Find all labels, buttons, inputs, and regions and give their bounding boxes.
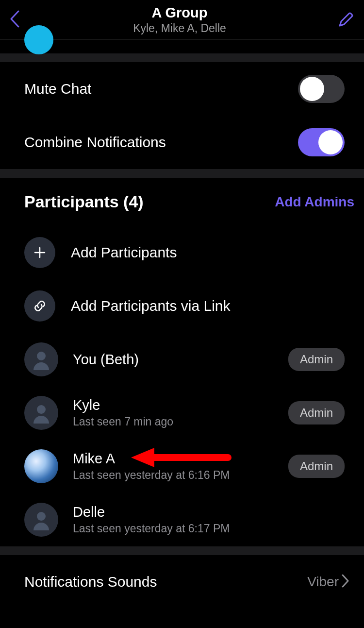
avatar <box>24 396 58 430</box>
add-participants-button[interactable]: Add Participants <box>0 226 364 279</box>
page-subtitle: Kyle, Mike A, Delle <box>133 22 226 35</box>
chevron-right-icon <box>342 574 349 590</box>
admin-badge: Admin <box>288 455 345 478</box>
mute-toggle[interactable] <box>298 75 345 103</box>
participant-name: Mike A <box>73 451 288 467</box>
back-icon[interactable] <box>10 10 24 30</box>
svg-point-2 <box>37 352 46 360</box>
partial-row <box>0 40 364 53</box>
participant-status: Last seen 7 min ago <box>73 415 288 428</box>
notifications-sounds-value: Viber <box>307 574 339 590</box>
notifications-sounds-row[interactable]: Notifications Sounds Viber <box>0 555 364 609</box>
admin-badge: Admin <box>288 401 345 424</box>
add-admins-button[interactable]: Add Admins <box>275 194 354 210</box>
separator <box>0 53 364 62</box>
combine-toggle[interactable] <box>298 128 345 156</box>
edit-icon[interactable] <box>335 11 354 29</box>
combine-notifications-row: Combine Notifications <box>0 116 364 169</box>
link-icon <box>24 290 55 322</box>
participants-header: Participants (4) Add Admins <box>0 178 364 226</box>
svg-point-3 <box>37 405 46 414</box>
separator <box>0 546 364 555</box>
participant-name: Delle <box>73 504 345 520</box>
combine-notifications-label: Combine Notifications <box>24 134 298 151</box>
avatar <box>24 342 58 376</box>
svg-point-6 <box>37 512 46 521</box>
participant-row-delle[interactable]: Delle Last seen yesterday at 6:17 PM <box>0 493 364 546</box>
separator <box>0 169 364 178</box>
participant-row-mike[interactable]: Mike A Last seen yesterday at 6:16 PM Ad… <box>0 440 364 493</box>
avatar <box>24 449 58 483</box>
participant-row-you[interactable]: You (Beth) Admin <box>0 333 364 386</box>
participant-row-kyle[interactable]: Kyle Last seen 7 min ago Admin <box>0 386 364 440</box>
add-participants-label: Add Participants <box>71 244 177 261</box>
participant-name: Kyle <box>73 397 288 413</box>
participant-status: Last seen yesterday at 6:16 PM <box>73 469 288 482</box>
add-via-link-button[interactable]: Add Participants via Link <box>0 279 364 333</box>
participants-title: Participants (4) <box>24 192 275 211</box>
participant-name: You (Beth) <box>73 352 288 368</box>
plus-icon <box>24 237 55 268</box>
mute-chat-label: Mute Chat <box>24 81 298 97</box>
notifications-sounds-label: Notifications Sounds <box>24 574 307 590</box>
add-via-link-label: Add Participants via Link <box>71 298 231 314</box>
participant-status: Last seen yesterday at 6:17 PM <box>73 522 345 535</box>
partial-avatar <box>24 25 53 54</box>
page-title: A Group <box>152 5 208 21</box>
avatar <box>24 503 58 537</box>
mute-chat-row: Mute Chat <box>0 62 364 116</box>
admin-badge: Admin <box>288 348 345 371</box>
